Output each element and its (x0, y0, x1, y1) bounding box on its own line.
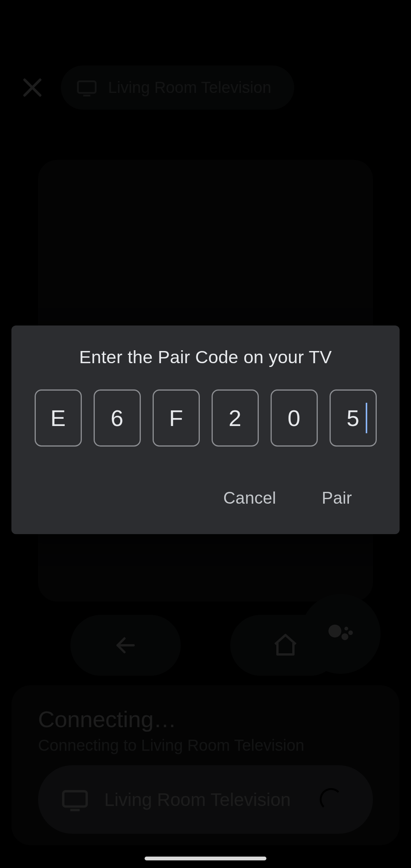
dialog-title: Enter the Pair Code on your TV (32, 346, 379, 367)
code-cell-4[interactable]: 0 (271, 389, 318, 447)
code-cell-3[interactable]: 2 (212, 389, 259, 447)
pair-code-dialog: Enter the Pair Code on your TV E 6 F 2 0… (11, 326, 400, 534)
code-val-5: 5 (347, 405, 359, 431)
code-val-2: F (169, 405, 183, 431)
code-val-1: 6 (111, 405, 123, 431)
gesture-nav-handle[interactable] (145, 857, 266, 860)
cancel-button[interactable]: Cancel (223, 488, 276, 507)
code-cell-2[interactable]: F (153, 389, 200, 447)
code-cell-5[interactable]: 5 (330, 389, 377, 447)
code-val-4: 0 (288, 405, 300, 431)
pair-code-row: E 6 F 2 0 5 (32, 389, 379, 447)
code-val-0: E (50, 405, 65, 431)
code-cell-0[interactable]: E (35, 389, 82, 447)
pair-button[interactable]: Pair (322, 488, 352, 507)
dialog-actions: Cancel Pair (32, 488, 379, 513)
code-val-3: 2 (229, 405, 241, 431)
code-cell-1[interactable]: 6 (94, 389, 141, 447)
